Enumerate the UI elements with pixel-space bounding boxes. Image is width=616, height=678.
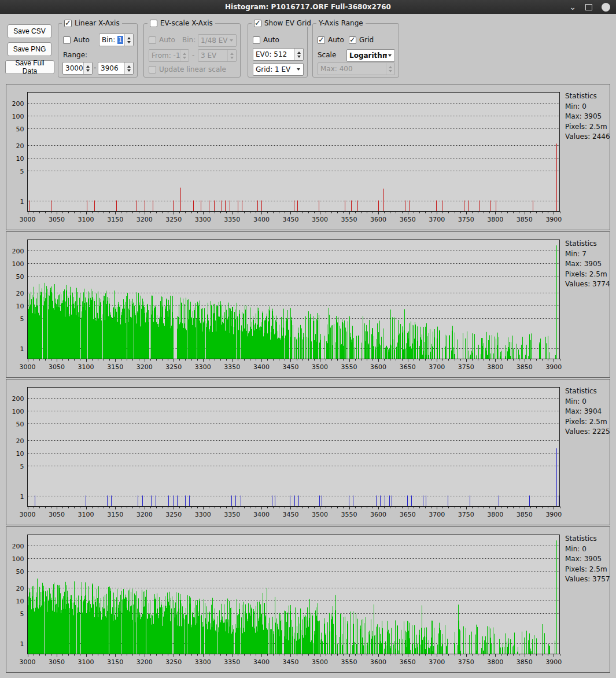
svg-text:3450: 3450 bbox=[282, 511, 298, 518]
svg-text:3250: 3250 bbox=[165, 511, 182, 518]
stat-min: Min: 0 bbox=[565, 544, 610, 555]
yaxis-grid-label: Grid bbox=[359, 36, 374, 44]
stat-pixels: Pixels: 2.5m bbox=[565, 270, 610, 280]
svg-text:20: 20 bbox=[16, 142, 24, 150]
show-ev-grid-legend: Show EV Grid bbox=[252, 19, 313, 27]
statistics-green2: Statistics Min: 0 Max: 3905 Pixels: 2.5m… bbox=[565, 534, 610, 585]
ev-auto-checkbox[interactable] bbox=[149, 36, 156, 44]
ev-grid-step-combobox[interactable]: Grid: 1 EV bbox=[253, 63, 304, 76]
yaxis-auto-checkbox[interactable] bbox=[318, 36, 325, 44]
svg-text:50: 50 bbox=[16, 273, 24, 281]
svg-text:100: 100 bbox=[12, 260, 24, 268]
scale-combobox[interactable]: Logarithm bbox=[346, 49, 395, 62]
linear-auto-row: Auto bbox=[63, 36, 90, 44]
spinner-arrows[interactable] bbox=[83, 62, 92, 74]
stat-values: Values: 2225 bbox=[565, 427, 610, 437]
maximize-icon[interactable] bbox=[585, 4, 592, 10]
svg-text:3350: 3350 bbox=[224, 216, 240, 223]
range-max-spinbox[interactable]: 3906 bbox=[98, 62, 134, 75]
linear-xaxis-legend: Linear X-Axis bbox=[62, 19, 122, 27]
evgrid-auto-checkbox[interactable] bbox=[253, 36, 260, 44]
spinner-arrows[interactable] bbox=[124, 62, 133, 74]
svg-text:3350: 3350 bbox=[224, 511, 240, 518]
svg-text:1: 1 bbox=[20, 493, 24, 500]
save-csv-button[interactable]: Save CSV bbox=[8, 24, 51, 38]
spinner-arrows[interactable] bbox=[180, 50, 189, 61]
show-ev-grid-group: Show EV Grid Auto EV0: 512 Grid: 1 EV bbox=[248, 23, 308, 78]
svg-text:3100: 3100 bbox=[78, 363, 94, 371]
svg-text:3400: 3400 bbox=[253, 511, 270, 518]
ev-update-row: Update linear scale bbox=[149, 65, 226, 73]
save-full-data-button[interactable]: Save Full Data bbox=[5, 60, 54, 74]
ev-scale-title: EV-scale X-Axis bbox=[160, 19, 213, 27]
linear-xaxis-checkbox[interactable] bbox=[64, 20, 72, 27]
range-min-spinbox[interactable]: 3000 bbox=[62, 62, 93, 75]
save-png-button[interactable]: Save PNG bbox=[8, 42, 51, 56]
svg-text:10: 10 bbox=[16, 598, 24, 605]
ev-scale-checkbox[interactable] bbox=[150, 20, 157, 27]
svg-text:3400: 3400 bbox=[253, 363, 270, 371]
ev-to-spinbox[interactable]: 3 EV bbox=[198, 49, 237, 62]
svg-text:3850: 3850 bbox=[517, 511, 533, 518]
yaxis-grid-checkbox[interactable] bbox=[349, 36, 356, 44]
bin-prefix: Bin: bbox=[102, 36, 117, 44]
yaxis-max-spinbox[interactable]: Max: 400 bbox=[318, 62, 395, 75]
svg-text:50: 50 bbox=[16, 421, 24, 428]
stat-max: Max: 3905 bbox=[565, 554, 610, 565]
chevron-down-icon bbox=[230, 39, 233, 42]
bin-spinbox[interactable]: Bin: 1 bbox=[99, 34, 134, 46]
svg-text:3000: 3000 bbox=[20, 658, 36, 666]
update-linear-scale-checkbox[interactable] bbox=[149, 66, 156, 73]
spinner-arrows[interactable] bbox=[124, 34, 133, 46]
stat-max: Max: 3905 bbox=[565, 112, 610, 122]
stat-min: Min: 0 bbox=[565, 102, 610, 112]
svg-text:3200: 3200 bbox=[137, 511, 153, 518]
svg-text:50: 50 bbox=[16, 568, 24, 576]
spinner-arrows[interactable] bbox=[294, 49, 303, 60]
close-icon[interactable] bbox=[602, 3, 610, 12]
spinner-arrows[interactable] bbox=[386, 63, 394, 75]
ev-bin-combobox[interactable]: 1/48 EV bbox=[198, 34, 237, 47]
svg-text:3700: 3700 bbox=[429, 216, 445, 223]
linear-auto-checkbox[interactable] bbox=[63, 36, 71, 44]
svg-text:3400: 3400 bbox=[253, 216, 270, 223]
svg-text:200: 200 bbox=[12, 248, 24, 255]
linear-auto-label: Auto bbox=[73, 36, 90, 44]
svg-text:3000: 3000 bbox=[20, 511, 36, 518]
stat-pixels: Pixels: 2.5m bbox=[565, 417, 610, 428]
evgrid-auto-label: Auto bbox=[263, 36, 279, 44]
svg-text:3050: 3050 bbox=[49, 363, 65, 371]
ev-bin-label: Bin: bbox=[182, 36, 196, 44]
svg-text:3700: 3700 bbox=[429, 511, 445, 518]
svg-text:3050: 3050 bbox=[49, 216, 65, 223]
svg-text:3150: 3150 bbox=[107, 216, 123, 223]
y-axis-range-title: Y-Axis Range bbox=[319, 19, 363, 27]
ev0-spinbox[interactable]: EV0: 512 bbox=[253, 48, 304, 61]
ev-scale-group: EV-scale X-Axis Auto Bin: 1/48 EV From: … bbox=[143, 23, 241, 78]
svg-text:3450: 3450 bbox=[282, 363, 298, 371]
show-ev-grid-title: Show EV Grid bbox=[264, 19, 311, 27]
update-linear-scale-label: Update linear scale bbox=[159, 65, 226, 73]
histogram-plot-green1: 2001005020105130003050310031503200325033… bbox=[7, 234, 562, 376]
svg-text:1: 1 bbox=[20, 198, 24, 205]
svg-text:200: 200 bbox=[12, 100, 24, 108]
svg-text:3550: 3550 bbox=[341, 658, 357, 666]
scale-value: Logarithm bbox=[347, 51, 387, 60]
svg-text:3100: 3100 bbox=[78, 216, 94, 223]
statistics-title: Statistics bbox=[565, 534, 610, 544]
spinner-arrows[interactable] bbox=[227, 50, 236, 61]
stat-min: Min: 7 bbox=[565, 249, 610, 260]
svg-text:3050: 3050 bbox=[49, 658, 65, 666]
window-controls: ⌄ bbox=[569, 0, 610, 14]
minimize-icon[interactable]: ⌄ bbox=[569, 3, 576, 11]
svg-text:3000: 3000 bbox=[20, 363, 36, 371]
ev-from-spinbox[interactable]: From: -10 bbox=[149, 49, 189, 62]
svg-text:3750: 3750 bbox=[458, 511, 474, 518]
stat-values: Values: 3757 bbox=[565, 574, 610, 585]
show-ev-grid-checkbox[interactable] bbox=[254, 20, 261, 27]
svg-text:20: 20 bbox=[16, 290, 24, 297]
svg-text:5: 5 bbox=[20, 463, 24, 470]
svg-text:3300: 3300 bbox=[195, 363, 211, 371]
svg-text:3800: 3800 bbox=[487, 363, 503, 371]
range-min-value: 3000 bbox=[63, 64, 83, 72]
